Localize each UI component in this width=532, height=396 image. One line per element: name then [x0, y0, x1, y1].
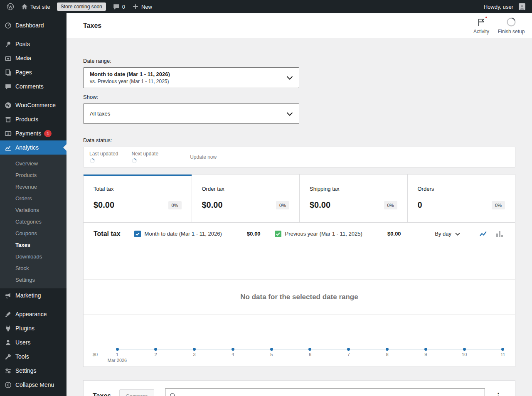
submenu-item-stock[interactable]: Stock — [0, 262, 66, 274]
sidebar-item-label: Tools — [15, 353, 29, 360]
submenu-item-categories[interactable]: Categories — [0, 216, 66, 227]
x-tick-label: 4 — [229, 352, 237, 357]
sidebar-item-media[interactable]: Media — [0, 51, 66, 65]
summary-card-delta-badge: 0% — [168, 201, 182, 209]
legend-value: $0.00 — [387, 231, 401, 237]
new-label: New — [141, 4, 152, 10]
x-tick-label: 3 — [190, 352, 199, 357]
gridline — [84, 279, 515, 280]
submenu-item-coupons[interactable]: Coupons — [0, 227, 66, 239]
search-input[interactable] — [180, 393, 481, 396]
y-axis-zero-label: $0 — [93, 352, 98, 357]
activity-button[interactable]: Activity — [466, 14, 496, 37]
sidebar-item-payments[interactable]: $ Payments 1 — [0, 126, 66, 140]
submenu-item-label: Taxes — [15, 242, 30, 248]
sidebar-item-posts[interactable]: Posts — [0, 37, 66, 51]
sidebar-item-collapse-menu[interactable]: Collapse Menu — [0, 378, 66, 392]
sidebar-item-tools[interactable]: Tools — [0, 349, 66, 364]
summary-card-delta-badge: 0% — [492, 201, 505, 209]
show-value: All taxes — [90, 111, 110, 117]
new-content-link[interactable]: New — [128, 0, 155, 13]
sidebar-item-dashboard[interactable]: Dashboard — [0, 18, 66, 32]
sidebar-item-pages[interactable]: Pages — [0, 65, 66, 79]
finish-setup-label: Finish setup — [498, 29, 525, 34]
submenu-item-settings[interactable]: Settings — [0, 274, 66, 285]
sidebar-item-comments[interactable]: Comments — [0, 79, 66, 93]
site-name-link[interactable]: Test site — [17, 0, 54, 13]
legend-item-previous-period[interactable]: Previous year (Mar 1 - 11, 2025) $0.00 — [275, 231, 401, 237]
data-point-dot — [386, 348, 389, 351]
divider — [469, 229, 469, 239]
data-point-dot — [232, 348, 234, 351]
submenu-item-overview[interactable]: Overview — [0, 157, 66, 169]
submenu-item-revenue[interactable]: Revenue — [0, 181, 66, 192]
summary-card-order-tax[interactable]: Order tax $0.00 0% — [192, 175, 300, 222]
speech-bubble-icon — [4, 82, 12, 91]
kebab-menu-icon[interactable]: ⋮ — [491, 389, 506, 396]
legend-label: Month to date (Mar 1 - 11, 2026) — [145, 231, 222, 237]
wrench-icon — [4, 352, 12, 361]
summary-card-delta-badge: 0% — [276, 201, 289, 209]
checkbox-checked[interactable] — [134, 231, 141, 237]
submenu-item-label: Revenue — [15, 184, 37, 190]
chart-empty-message: No data for the selected date range — [84, 293, 515, 301]
data-point-dot — [193, 348, 196, 351]
chevron-down-icon — [285, 109, 295, 119]
sidebar-item-products[interactable]: Products — [0, 112, 66, 126]
compare-button[interactable]: Compare — [119, 389, 154, 396]
update-now-button[interactable]: Update now — [186, 152, 221, 162]
table-search[interactable] — [165, 388, 485, 396]
x-axis-month-label: Mar 2026 — [108, 358, 127, 363]
submenu-item-products[interactable]: Products — [0, 169, 66, 181]
plus-icon — [132, 3, 139, 10]
next-update-column: Next update — [131, 151, 158, 164]
report-content: Date range: Month to date (Mar 1 - 11, 2… — [66, 38, 532, 396]
comments-link[interactable]: 0 — [109, 0, 128, 13]
comments-bubble-icon — [113, 3, 120, 10]
summary-card-total-tax[interactable]: Total tax $0.00 0% — [84, 175, 192, 222]
submenu-item-downloads[interactable]: Downloads — [0, 251, 66, 262]
howdy-user-link[interactable]: Howdy, user — [480, 0, 529, 13]
sidebar-item-appearance[interactable]: Appearance — [0, 307, 66, 321]
sidebar-item-label: Appearance — [15, 311, 47, 317]
sidebar-item-marketing[interactable]: Marketing — [0, 288, 66, 303]
wordpress-logo-icon[interactable] — [3, 0, 17, 13]
checkbox-checked[interactable] — [275, 231, 281, 237]
submenu-item-label: Downloads — [15, 253, 42, 260]
search-icon — [169, 392, 177, 396]
user-avatar[interactable] — [519, 3, 525, 10]
camera-icon — [4, 54, 12, 62]
sidebar-item-users[interactable]: Users — [0, 335, 66, 349]
sidebar-item-label: Media — [15, 55, 31, 61]
pages-icon — [4, 68, 12, 76]
activity-label: Activity — [473, 29, 489, 34]
loading-spinner-icon — [89, 158, 95, 164]
sidebar-item-settings[interactable]: Settings — [0, 364, 66, 378]
submenu-item-variations[interactable]: Variations — [0, 204, 66, 216]
interval-select[interactable]: By day — [435, 229, 462, 239]
show-select[interactable]: All taxes — [83, 103, 299, 124]
menu-separator — [0, 93, 66, 98]
submenu-item-label: Orders — [15, 195, 32, 202]
bar-chart-toggle-icon[interactable] — [494, 229, 505, 239]
date-range-label: Date range: — [83, 58, 515, 64]
sidebar-item-plugins[interactable]: Plugins — [0, 321, 66, 335]
chart-header: Total tax Month to date (Mar 1 - 11, 202… — [84, 223, 515, 245]
submenu-item-orders[interactable]: Orders — [0, 192, 66, 204]
data-point-dot — [424, 348, 427, 351]
sidebar-item-analytics[interactable]: Analytics — [0, 140, 66, 155]
summary-card-orders[interactable]: Orders 0 0% — [407, 175, 515, 222]
date-range-select[interactable]: Month to date (Mar 1 - 11, 2026) vs. Pre… — [83, 67, 299, 88]
summary-card-value: $0.00 — [202, 200, 223, 210]
submenu-item-taxes[interactable]: Taxes — [0, 239, 66, 251]
sidebar-item-label: Settings — [15, 367, 37, 374]
box-icon — [4, 115, 12, 123]
woocommerce-logo-icon — [4, 101, 12, 109]
finish-setup-button[interactable]: Finish setup — [496, 14, 526, 37]
plug-icon — [4, 324, 12, 332]
sidebar-item-woocommerce[interactable]: WooCommerce — [0, 98, 66, 112]
legend-item-current-period[interactable]: Month to date (Mar 1 - 11, 2026) $0.00 — [134, 231, 261, 237]
x-tick-label: 1 — [113, 352, 121, 357]
summary-card-shipping-tax[interactable]: Shipping tax $0.00 0% — [299, 175, 407, 222]
line-chart-toggle-icon[interactable] — [478, 229, 489, 239]
